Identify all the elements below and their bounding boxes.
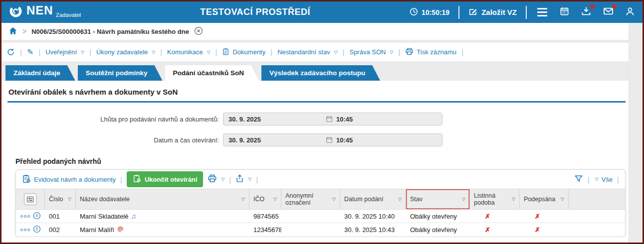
header-divider [458,6,459,19]
column-header-stav[interactable]: Stav▽ [406,189,470,209]
tab-strip: Základní údaje Soutěžní podmínky Podání … [1,61,629,81]
column-header-anonymni-oznaceni[interactable]: Anonymní označení▽ [281,189,340,209]
lhuta-datetime-field[interactable]: 30. 9. 2025 10:45 [223,113,442,125]
record-toolbar: | ✎ | Uveřejnění▽ | Úkony zadavatele▽ | … [1,43,629,61]
close-record-icon[interactable] [194,26,203,37]
messages-button[interactable] [602,6,615,19]
toolbar-divider: | [588,175,590,184]
grid-title: Přehled podaných návrhů [15,157,627,165]
inbox-button[interactable] [580,6,593,19]
grid-print-button[interactable]: ▽ [208,174,224,185]
column-header-podepsana[interactable]: Podepsána▽ [520,189,569,209]
toolbar-divider: | [38,48,40,56]
field-label-lhuta: Lhůta pro podávání návrhů a dokumentů: [7,116,223,123]
chevron-right-icon: > [22,27,26,35]
create-vz-button[interactable]: Založit VZ [468,7,517,17]
breadcrumb-record[interactable]: N006/25/S00000631 - Návrh památníku šest… [31,28,189,35]
info-icon[interactable] [33,212,41,221]
header-divider [526,6,527,19]
tab-zakladni-udaje[interactable]: Základní údaje [5,65,75,81]
cell-cislo: 002 [45,226,76,234]
calendar-icon[interactable] [326,136,333,143]
table-row[interactable]: 002 Marní Malíři 12345678 30. 9. 2025 10… [16,223,625,237]
date-value: 30. 9. 2025 [228,116,326,123]
calendar-icon[interactable] [326,116,333,122]
column-filter-icon[interactable]: ▽ [561,197,564,202]
column-header-datum-podani[interactable]: Datum podání▽ [340,189,406,209]
evidovat-navrh-button[interactable]: Evidovat návrh a dokumenty [22,174,116,185]
column-filter-icon[interactable]: ▽ [273,197,277,202]
envelope-icon [603,6,614,18]
menu-nestandardni-stav[interactable]: Nestandardní stav▽ [277,48,337,56]
toolbar-divider: | [461,48,463,56]
profile-button[interactable] [624,6,637,19]
cell-listinna-no-icon: ✗ [470,213,520,220]
clock-time: 10:50:19 [422,8,449,16]
toolbar-divider: | [256,175,258,184]
row-menu-icon[interactable] [20,229,30,231]
print-record-button[interactable]: Tisk záznamu [405,47,456,57]
cell-stav: Obálky otevřeny [406,226,470,234]
grid-header-row: Číslo▽ Název dodavatele▽ IČO▽ Anonymní o… [16,189,625,210]
header-actions: 10:50:19 Založit VZ [410,6,637,19]
column-filter-icon[interactable]: ▽ [512,197,515,202]
column-filter-icon[interactable]: ▽ [462,197,465,202]
toolbar-divider: | [270,48,272,56]
calendar-button[interactable] [558,6,571,19]
dropdown-icon: ▽ [221,177,224,182]
filter-button[interactable] [574,174,583,185]
column-header-ico[interactable]: IČO▽ [249,189,281,209]
cell-nazev: Marní Malíři [76,226,249,235]
vse-filter-select[interactable]: ▽ Vše [594,176,613,183]
menu-button[interactable] [536,6,549,19]
dropdown-icon: ▽ [81,50,84,55]
column-header-filler [569,189,625,209]
toolbar-divider: | [229,175,231,184]
menu-sprava-son[interactable]: Správa SON▽ [349,48,393,56]
tab-soutezni-podminky[interactable]: Soutěžní podmínky [78,65,163,81]
palette-icon [117,226,124,235]
ukoncit-otevirani-button[interactable]: Ukončit otevírání [127,171,203,187]
calendar-icon [560,6,569,18]
column-header-nazev-dodavatele[interactable]: Název dodavatele▽ [76,189,249,209]
section-title: Otevírání obálek s návrhem a dokumenty v… [7,86,626,103]
column-settings-cell [16,189,45,209]
dropdown-icon: ▽ [207,50,211,55]
row-menu-icon[interactable] [20,215,30,218]
edit-record-button[interactable]: ✎ [27,47,33,57]
otevirani-datetime-field[interactable]: 30. 9. 2025 10:45 [223,133,442,146]
table-row[interactable]: 001 Marní Skladatelé ♫ 9874565 30. 9. 20… [16,210,625,223]
dropdown-icon: ▽ [334,50,338,55]
column-filter-icon[interactable]: ▽ [241,197,245,202]
home-icon[interactable] [8,26,17,37]
menu-uverejneni[interactable]: Uveřejnění▽ [45,48,84,56]
menu-komunikace[interactable]: Komunikace▽ [167,48,210,56]
column-settings-button[interactable] [24,193,37,205]
column-header-cislo[interactable]: Číslo▽ [45,189,76,209]
toolbar-divider: | [215,48,217,56]
tab-vysledek-zadavaciho-postupu[interactable]: Výsledek zadávacího postupu [261,65,380,81]
column-filter-icon[interactable]: ▽ [398,197,402,202]
funnel-icon [574,174,583,185]
messages-badge [612,4,617,9]
menu-dokumenty[interactable]: Dokumenty [222,48,265,57]
column-header-listinna-podoba[interactable]: Listinná podoba▽ [470,189,520,209]
edit-icon [468,7,477,17]
dropdown-icon: ▽ [390,50,393,55]
time-value: 10:45 [336,136,353,144]
column-filter-icon[interactable]: ▽ [332,197,336,202]
nen-logo[interactable]: NEN Zadavatel [8,4,81,20]
person-icon [625,6,635,18]
info-icon[interactable] [33,225,41,235]
printer-icon [405,47,414,57]
column-filter-icon[interactable]: ▽ [68,197,71,202]
clipboard-gear-icon [22,174,31,185]
vertical-scrollbar[interactable] [629,23,643,243]
grid-export-button[interactable]: ▽ [235,174,251,184]
cell-datum: 30. 9. 2025 10:40 [340,213,406,220]
share-export-icon [235,174,244,184]
tab-podani-ucastniku-son[interactable]: Podání účastníků SoN [165,65,259,81]
refresh-button[interactable] [6,48,15,56]
field-label-otevirani: Datum a čas otevírání: [7,136,223,144]
menu-ukony-zadavatele[interactable]: Úkony zadavatele▽ [96,48,155,56]
